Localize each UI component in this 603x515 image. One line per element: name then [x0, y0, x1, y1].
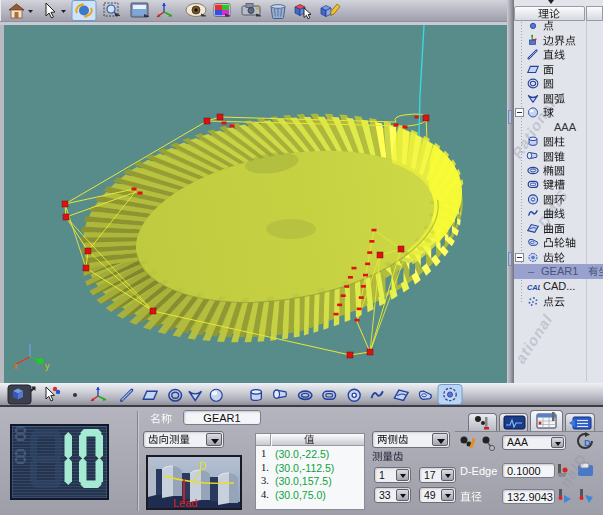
svg-text:x: x — [13, 361, 18, 371]
svg-text:y: y — [45, 361, 50, 371]
svg-text:D: D — [584, 438, 591, 448]
svg-text:D: D — [199, 461, 206, 472]
svg-text:Lead: Lead — [173, 497, 197, 508]
